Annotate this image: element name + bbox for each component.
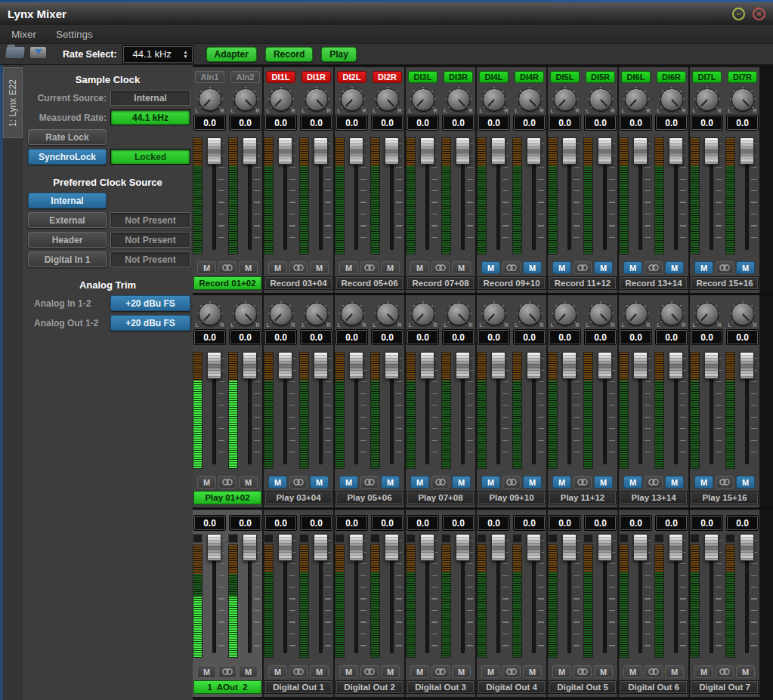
fader-handle[interactable] [456, 352, 470, 379]
analog-in-trim-button[interactable]: +20 dBu FS [110, 295, 190, 311]
stereo-link-button[interactable] [716, 665, 734, 678]
stereo-link-button[interactable] [360, 665, 379, 678]
fader[interactable] [385, 534, 404, 658]
titlebar[interactable]: Lynx Mixer – × [0, 2, 773, 25]
fader[interactable] [527, 534, 546, 658]
mute-button[interactable]: M [623, 476, 642, 489]
peak-indicator[interactable] [299, 534, 309, 543]
fader[interactable] [633, 137, 653, 254]
stereo-link-button[interactable] [431, 476, 450, 489]
channel-pair-label[interactable]: Play 03+04 [264, 491, 332, 504]
channel-pair-label[interactable]: Play 11+12 [549, 491, 617, 504]
stereo-link-button[interactable] [716, 261, 734, 274]
channel-source-button[interactable]: DI1R [301, 71, 331, 83]
fader-handle[interactable] [527, 534, 541, 561]
mute-button[interactable]: M [339, 665, 358, 678]
fader[interactable] [314, 534, 333, 658]
pan-knob[interactable]: LR [371, 300, 404, 328]
mute-button[interactable]: M [594, 665, 613, 678]
mute-button[interactable]: M [197, 476, 216, 489]
fader[interactable] [491, 534, 511, 658]
pan-knob[interactable]: LR [335, 85, 369, 114]
fader-handle[interactable] [633, 137, 648, 165]
fader[interactable] [207, 137, 227, 254]
stereo-link-button[interactable] [218, 261, 237, 274]
rate-lock-button[interactable]: Rate Lock [28, 129, 107, 145]
mute-button[interactable]: M [197, 665, 216, 678]
fader-handle[interactable] [278, 137, 292, 165]
fader[interactable] [704, 534, 724, 658]
fader-handle[interactable] [669, 137, 683, 165]
channel-pair-label[interactable]: Digital Out 6 [620, 680, 688, 694]
stereo-link-button[interactable] [289, 665, 308, 678]
fader-handle[interactable] [527, 352, 541, 379]
stereo-link-button[interactable] [431, 665, 450, 678]
stereo-link-button[interactable] [360, 261, 379, 274]
channel-pair-label[interactable]: Record 15+16 [691, 276, 759, 290]
mute-button[interactable]: M [452, 476, 471, 489]
pan-knob[interactable]: LR [549, 85, 582, 114]
channel-pair-label[interactable]: Play 13+14 [620, 491, 688, 504]
fader[interactable] [456, 352, 475, 469]
peak-indicator[interactable] [477, 534, 487, 543]
channel-pair-label[interactable]: 1 AOut 2 [193, 680, 261, 694]
pan-knob[interactable]: LR [691, 300, 724, 328]
fader-handle[interactable] [598, 352, 612, 379]
mute-button[interactable]: M [381, 261, 400, 274]
mute-button[interactable]: M [339, 476, 358, 489]
stereo-link-button[interactable] [716, 476, 734, 489]
channel-pair-label[interactable]: Digital Out 2 [335, 680, 404, 694]
mute-button[interactable]: M [310, 476, 329, 489]
fader[interactable] [243, 137, 262, 254]
pan-knob[interactable]: LR [513, 300, 546, 328]
peak-indicator[interactable] [264, 534, 274, 543]
channel-source-button[interactable]: DI5R [586, 71, 615, 83]
channel-pair-label[interactable]: Digital Out 5 [549, 680, 617, 694]
mute-button[interactable]: M [268, 261, 287, 274]
fader-handle[interactable] [562, 352, 577, 379]
fader-handle[interactable] [278, 352, 292, 379]
stereo-link-button[interactable] [645, 261, 663, 274]
menu-mixer[interactable]: Mixer [11, 29, 36, 40]
stereo-link-button[interactable] [574, 261, 592, 274]
fader-handle[interactable] [207, 352, 221, 379]
mute-button[interactable]: M [523, 665, 542, 678]
save-import-icon[interactable] [30, 47, 46, 61]
channel-source-button[interactable]: DI7R [728, 71, 757, 83]
pan-knob[interactable]: LR [620, 85, 653, 114]
mute-button[interactable]: M [623, 261, 642, 274]
mute-button[interactable]: M [736, 261, 755, 274]
mute-button[interactable]: M [381, 476, 400, 489]
mute-button[interactable]: M [339, 261, 358, 274]
fader[interactable] [349, 534, 369, 658]
fader-handle[interactable] [243, 534, 257, 561]
fader[interactable] [314, 352, 333, 469]
pan-knob[interactable]: LR [442, 300, 475, 328]
fader-handle[interactable] [349, 137, 363, 165]
peak-indicator[interactable] [619, 534, 629, 543]
fader-handle[interactable] [420, 534, 434, 561]
fader-handle[interactable] [349, 352, 363, 379]
fader-handle[interactable] [491, 137, 506, 165]
peak-indicator[interactable] [370, 534, 380, 543]
fader[interactable] [243, 352, 262, 469]
stereo-link-button[interactable] [289, 476, 308, 489]
fader[interactable] [633, 352, 653, 469]
fader[interactable] [562, 534, 582, 658]
channel-pair-label[interactable]: Record 11+12 [549, 276, 617, 290]
channel-pair-label[interactable]: Play 15+16 [691, 491, 759, 504]
fader[interactable] [385, 137, 404, 254]
spinner-arrows-icon[interactable]: ▲▼ [183, 50, 187, 58]
fader-handle[interactable] [562, 534, 577, 561]
open-folder-icon[interactable] [6, 47, 24, 61]
stereo-link-button[interactable] [218, 665, 237, 678]
channel-pair-label[interactable]: Play 07+08 [407, 491, 475, 504]
fader-handle[interactable] [704, 352, 719, 379]
fader-handle[interactable] [420, 137, 434, 165]
peak-indicator[interactable] [690, 534, 700, 543]
fader-handle[interactable] [385, 137, 399, 165]
mute-button[interactable]: M [239, 665, 258, 678]
mute-button[interactable]: M [381, 665, 400, 678]
mute-button[interactable]: M [694, 476, 713, 489]
fader[interactable] [598, 352, 617, 469]
